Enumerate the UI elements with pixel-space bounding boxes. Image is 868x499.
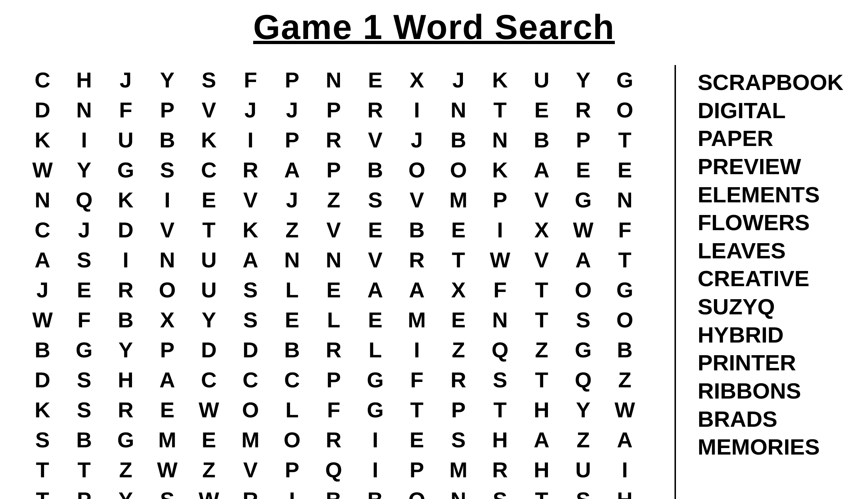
grid-cell-6-12: V [521,245,562,275]
grid-cell-8-3: X [146,305,188,335]
grid-cell-0-6: P [271,65,313,95]
grid-cell-1-4: V [188,95,230,125]
grid-cell-13-10: M [438,455,479,485]
grid-cell-8-14: O [604,305,646,335]
grid-cell-0-5: F [230,65,271,95]
grid-cell-8-7: L [313,305,354,335]
grid-cell-10-9: F [396,365,438,395]
grid-cell-9-14: B [604,335,646,365]
grid-cell-4-1: Q [63,185,105,215]
grid-cell-7-3: O [146,275,188,305]
vertical-divider [675,65,676,499]
grid-cell-8-8: E [354,305,396,335]
grid-cell-7-5: S [230,275,271,305]
grid-cell-3-11: K [479,155,521,185]
grid-cell-7-6: L [271,275,313,305]
grid-cell-10-3: A [146,365,188,395]
word-list-item-5: FLOWERS [698,209,846,236]
grid-cell-0-14: G [604,65,646,95]
grid-cell-0-1: H [63,65,105,95]
grid-cell-11-6: L [271,395,313,425]
grid-cell-8-13: S [562,305,604,335]
grid-cell-1-14: O [604,95,646,125]
grid-cell-2-1: I [63,125,105,155]
grid-cell-1-5: J [230,95,271,125]
grid-cell-4-2: K [105,185,146,215]
grid-cell-2-0: K [22,125,63,155]
grid-cell-10-13: Q [562,365,604,395]
grid-cell-11-7: F [313,395,354,425]
grid-cell-4-3: I [146,185,188,215]
grid-cell-2-10: B [438,125,479,155]
grid-cell-7-13: O [562,275,604,305]
grid-cell-7-11: F [479,275,521,305]
grid-cell-3-9: O [396,155,438,185]
grid-cell-10-8: G [354,365,396,395]
grid-cell-14-3: S [146,485,188,499]
grid-row: SBGMEMORIESHAZA [22,425,646,455]
grid-cell-13-1: T [63,455,105,485]
grid-row: CHJYSFPNEXJKUYG [22,65,646,95]
grid-cell-0-9: X [396,65,438,95]
grid-cell-8-4: Y [188,305,230,335]
grid-cell-12-5: M [230,425,271,455]
grid-cell-11-14: W [604,395,646,425]
grid-cell-6-5: A [230,245,271,275]
grid-cell-1-3: P [146,95,188,125]
grid-cell-1-9: I [396,95,438,125]
grid-cell-13-5: V [230,455,271,485]
grid-cell-2-7: R [313,125,354,155]
grid-row: NQKIEVJZSVMPVGN [22,185,646,215]
word-list-item-6: LEAVES [698,237,846,264]
grid-row: TTZWZVPQIPMRHUI [22,455,646,485]
word-list-item-4: ELEMENTS [698,181,846,208]
word-list-item-9: HYBRID [698,321,846,349]
grid-row: ASINUANNVRTWVAT [22,245,646,275]
grid-cell-8-12: T [521,305,562,335]
grid-cell-6-13: A [562,245,604,275]
grid-cell-6-3: N [146,245,188,275]
grid-cell-2-13: P [562,125,604,155]
grid-cell-4-0: N [22,185,63,215]
grid-row: DSHACCCPGFRSTQZ [22,365,646,395]
grid-cell-13-14: I [604,455,646,485]
grid-cell-5-2: D [105,215,146,245]
grid-cell-0-3: Y [146,65,188,95]
grid-row: CJDVTKZVEBEIXWF [22,215,646,245]
grid-cell-6-9: R [396,245,438,275]
grid-cell-0-12: U [521,65,562,95]
grid-cell-7-12: T [521,275,562,305]
grid-cell-3-13: E [562,155,604,185]
grid-cell-9-1: G [63,335,105,365]
grid-cell-11-8: G [354,395,396,425]
grid-cell-3-1: Y [63,155,105,185]
grid-cell-11-10: P [438,395,479,425]
grid-cell-1-2: F [105,95,146,125]
grid-cell-12-0: S [22,425,63,455]
grid-cell-12-3: M [146,425,188,455]
grid-cell-10-4: C [188,365,230,395]
page-title: Game 1 Word Search [253,7,615,47]
grid-cell-5-8: E [354,215,396,245]
grid-cell-8-6: E [271,305,313,335]
grid-cell-7-10: X [438,275,479,305]
grid-cell-0-13: Y [562,65,604,95]
grid-cell-7-14: G [604,275,646,305]
word-list-item-12: BRADS [698,405,846,433]
grid-cell-8-11: N [479,305,521,335]
grid-cell-5-14: F [604,215,646,245]
grid-cell-14-9: O [396,485,438,499]
grid-cell-11-1: S [63,395,105,425]
grid-cell-7-1: E [63,275,105,305]
grid-cell-12-2: G [105,425,146,455]
grid-cell-1-0: D [22,95,63,125]
grid-cell-9-12: Z [521,335,562,365]
grid-cell-2-8: V [354,125,396,155]
grid-cell-8-1: F [63,305,105,335]
grid-cell-3-12: A [521,155,562,185]
grid-cell-14-0: T [22,485,63,499]
grid-cell-3-6: A [271,155,313,185]
grid-cell-10-11: S [479,365,521,395]
grid-cell-7-7: E [313,275,354,305]
grid-cell-11-4: W [188,395,230,425]
